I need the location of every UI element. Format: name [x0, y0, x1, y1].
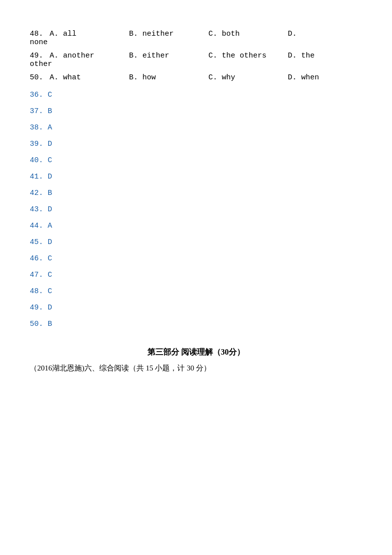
question-50-line1: 50. A. what B. how C. why D. when [30, 73, 362, 82]
q49-number: 49. [30, 52, 50, 60]
answer-item: 48. C [30, 283, 362, 300]
answer-item: 47. C [30, 267, 362, 283]
q50-number: 50. [30, 73, 50, 82]
q48-optionD: D. [288, 30, 297, 38]
answer-item: 39. D [30, 136, 362, 152]
answer-item: 43. D [30, 201, 362, 218]
answer-item: 41. D [30, 169, 362, 185]
q50-optionD: D. when [288, 73, 319, 82]
q49-optionD: D. the [288, 52, 315, 60]
q49-overflow: other [30, 60, 362, 68]
q48-optionB: B. neither [129, 30, 208, 38]
answer-item: 38. A [30, 120, 362, 136]
answer-item: 46. C [30, 250, 362, 267]
answer-item: 40. C [30, 152, 362, 169]
q49-optionB: B. either [129, 52, 208, 60]
q49-optionC: C. the others [208, 52, 288, 60]
answers-section: 36. C37. B38. A39. D40. C41. D42. B43. D… [30, 87, 362, 332]
q48-number: 48. [30, 30, 50, 38]
question-49-line1: 49. A. another B. either C. the others D… [30, 52, 362, 60]
answer-item: 45. D [30, 234, 362, 250]
answer-item: 50. B [30, 316, 362, 332]
question-48-line1: 48. A. all B. neither C. both D. [30, 30, 362, 38]
q48-optionC: C. both [208, 30, 288, 38]
q50-optionC: C. why [208, 73, 288, 82]
answer-item: 44. A [30, 218, 362, 234]
question-50: 50. A. what B. how C. why D. when [30, 73, 362, 82]
q50-optionA: A. what [50, 73, 129, 82]
q48-overflow: none [30, 38, 362, 47]
answer-item: 36. C [30, 87, 362, 103]
answer-item: 42. B [30, 185, 362, 201]
question-49: 49. A. another B. either C. the others D… [30, 52, 362, 68]
q50-optionB: B. how [129, 73, 208, 82]
q48-optionA: A. all [50, 30, 129, 38]
section-title: 第三部分 阅读理解（30分） [30, 347, 362, 358]
section-sub: （2016湖北恩施)六、综合阅读（共 15 小题，计 30 分） [30, 364, 362, 373]
answer-item: 37. B [30, 103, 362, 120]
answer-item: 49. D [30, 300, 362, 316]
q49-optionA: A. another [50, 52, 129, 60]
question-48: 48. A. all B. neither C. both D. none [30, 30, 362, 47]
